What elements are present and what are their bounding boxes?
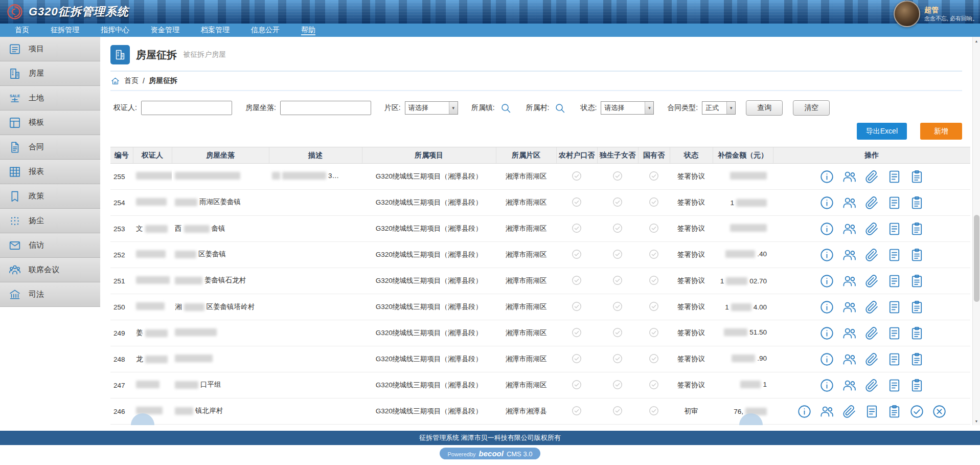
info-icon[interactable] [819, 222, 834, 236]
breadcrumb-home[interactable]: 首页 [124, 76, 139, 85]
address-input[interactable] [280, 101, 371, 115]
user-menu[interactable]: 超管 念念不忘, 必有回响。 [894, 1, 978, 27]
export-excel-button[interactable]: 导出Excel [857, 123, 907, 140]
contract_type-select[interactable]: 正式▼ [702, 101, 736, 115]
search-icon [554, 102, 566, 114]
users-icon[interactable] [842, 326, 857, 341]
users-icon[interactable] [842, 300, 857, 315]
info-icon[interactable] [797, 404, 812, 419]
info-icon[interactable] [819, 248, 834, 262]
app-header: G320征拆管理系统 超管 念念不忘, 必有回响。 [0, 0, 980, 24]
attachment-icon[interactable] [864, 195, 879, 210]
sidebar-item-contract[interactable]: 合同 [0, 135, 100, 160]
document-icon[interactable] [887, 222, 902, 236]
home-icon[interactable] [110, 76, 120, 86]
sidebar-item-petition[interactable]: 信访 [0, 233, 100, 258]
attachment-icon[interactable] [864, 378, 879, 393]
sidebar-item-report[interactable]: 报表 [0, 160, 100, 184]
area-select[interactable]: 请选择▼ [405, 101, 458, 115]
template-icon [8, 116, 21, 129]
clipboard-icon[interactable] [887, 404, 902, 419]
reject-icon[interactable] [932, 404, 947, 419]
info-icon[interactable] [819, 378, 834, 393]
document-icon[interactable] [887, 274, 902, 289]
owner-input[interactable] [141, 101, 232, 115]
sidebar-item-justice[interactable]: 司法 [0, 282, 100, 307]
users-icon[interactable] [842, 352, 857, 367]
sidebar-item-land[interactable]: 土地 [0, 86, 100, 110]
nav-item-archives[interactable]: 档案管理 [190, 24, 240, 37]
main-nav: 首页征拆管理指挥中心资金管理档案管理信息公开帮助 [0, 24, 980, 37]
approve-icon[interactable] [909, 404, 924, 419]
scrollbar[interactable]: ▲ ▼ [972, 37, 980, 425]
attachment-icon[interactable] [842, 404, 857, 419]
document-icon[interactable] [887, 352, 902, 367]
users-icon[interactable] [819, 404, 834, 419]
nav-item-funds[interactable]: 资金管理 [140, 24, 190, 37]
clipboard-icon[interactable] [909, 378, 924, 393]
clipboard-icon[interactable] [909, 195, 924, 210]
attachment-icon[interactable] [864, 352, 879, 367]
info-icon[interactable] [819, 326, 834, 341]
row-id: 250 [110, 294, 133, 320]
attachment-icon[interactable] [864, 326, 879, 341]
nav-item-help[interactable]: 帮助 [290, 24, 326, 37]
nav-item-public-info[interactable]: 信息公开 [240, 24, 290, 37]
clipboard-icon[interactable] [909, 274, 924, 289]
attachment-icon[interactable] [864, 222, 879, 236]
info-icon[interactable] [819, 195, 834, 210]
cell-text: 区姜畲镇塔岭村 [207, 302, 255, 312]
info-icon[interactable] [819, 352, 834, 367]
search-button[interactable]: 查询 [746, 100, 783, 116]
clipboard-icon[interactable] [909, 352, 924, 367]
avatar[interactable] [894, 1, 920, 27]
sidebar-item-policy[interactable]: 政策 [0, 184, 100, 209]
sidebar-item-house[interactable]: 房屋 [0, 61, 100, 86]
table-row: 253文西畲镇G320绕城线三期项目（湘潭县段）湘潭市雨湖区签署协议 [110, 216, 970, 242]
info-icon[interactable] [819, 274, 834, 289]
document-icon[interactable] [887, 169, 902, 184]
sidebar-item-meeting[interactable]: 联席会议 [0, 258, 100, 282]
row-project: G320绕城线三期项目（湘潭县段） [362, 320, 496, 346]
nav-item-levy[interactable]: 征拆管理 [40, 24, 90, 37]
document-icon[interactable] [887, 326, 902, 341]
attachment-icon[interactable] [864, 300, 879, 315]
add-button[interactable]: 新增 [920, 123, 962, 140]
info-icon[interactable] [819, 169, 834, 184]
status-select[interactable]: 请选择▼ [601, 101, 654, 115]
users-icon[interactable] [842, 222, 857, 236]
info-icon[interactable] [819, 300, 834, 315]
clipboard-icon[interactable] [909, 300, 924, 315]
document-icon[interactable] [887, 195, 902, 210]
town-search-button[interactable] [499, 102, 513, 114]
nav-item-command[interactable]: 指挥中心 [90, 24, 140, 37]
document-icon[interactable] [887, 248, 902, 262]
users-icon[interactable] [842, 248, 857, 262]
document-icon[interactable] [887, 300, 902, 315]
users-icon[interactable] [842, 378, 857, 393]
scroll-down-arrow[interactable]: ▼ [973, 417, 980, 425]
clipboard-icon[interactable] [909, 222, 924, 236]
attachment-icon[interactable] [864, 248, 879, 262]
check-circle-icon [612, 275, 623, 286]
document-icon[interactable] [887, 378, 902, 393]
sidebar-item-dust[interactable]: 扬尘 [0, 209, 100, 233]
check-circle-icon [612, 379, 623, 390]
users-icon[interactable] [842, 195, 857, 210]
clear-button[interactable]: 清空 [793, 100, 830, 116]
sidebar-item-template[interactable]: 模板 [0, 110, 100, 135]
attachment-icon[interactable] [864, 169, 879, 184]
attachment-icon[interactable] [864, 274, 879, 289]
scrollbar-thumb[interactable] [974, 215, 979, 302]
village-search-button[interactable] [553, 102, 567, 114]
nav-item-home[interactable]: 首页 [4, 24, 40, 37]
sidebar-item-project[interactable]: 项目 [0, 37, 100, 61]
clipboard-icon[interactable] [909, 326, 924, 341]
scroll-up-arrow[interactable]: ▲ [973, 37, 980, 45]
clipboard-icon[interactable] [909, 248, 924, 262]
users-icon[interactable] [842, 169, 857, 184]
row-desc [269, 372, 362, 398]
clipboard-icon[interactable] [909, 169, 924, 184]
document-icon[interactable] [864, 404, 879, 419]
users-icon[interactable] [842, 274, 857, 289]
